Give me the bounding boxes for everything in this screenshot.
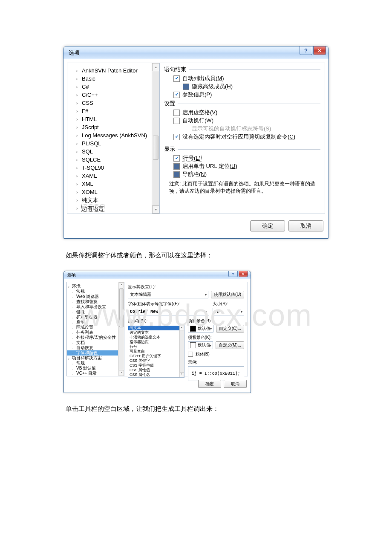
opt-param-info[interactable]: 参数信息(P) [173, 92, 320, 98]
list-item[interactable]: 行号 [128, 344, 184, 349]
tree-item[interactable]: CSS [67, 99, 159, 107]
tree-item[interactable]: VB 默认值 [67, 366, 124, 371]
tree-item[interactable]: 扩展管理器 [67, 315, 124, 320]
tree-item[interactable]: SQL [67, 147, 159, 156]
scroll-down-icon[interactable]: ▾ [119, 370, 124, 376]
opt-hide-advanced[interactable]: 隐藏高级成员(H) [183, 84, 320, 90]
list-item[interactable]: CSS 关键字 [128, 358, 184, 363]
size-select[interactable]: 10 [213, 308, 244, 315]
custom-fg-button[interactable]: 自定义(C)... [216, 325, 244, 332]
checkbox-icon[interactable] [173, 155, 180, 162]
tree-item[interactable]: PL/SQL [67, 139, 159, 147]
tree-scrollbar[interactable]: ▴ ▾ [118, 282, 124, 376]
scroll-down-icon[interactable]: ▾ [152, 205, 159, 214]
fg-select[interactable]: 默认值 [188, 325, 213, 332]
ok-button[interactable]: 确定 [250, 220, 285, 231]
list-item[interactable]: CSS 属性值 [128, 368, 184, 373]
checkbox-icon[interactable] [173, 134, 180, 140]
checkbox-icon[interactable] [173, 92, 180, 98]
tree-item[interactable]: 纯文本 [67, 196, 159, 204]
scroll-thumb[interactable] [119, 288, 124, 327]
checkbox-icon[interactable] [173, 110, 180, 116]
checkbox-icon[interactable] [173, 75, 180, 82]
close-button[interactable]: × [239, 271, 248, 277]
tree-item[interactable]: HTML [67, 115, 159, 123]
cancel-button[interactable]: 取消 [288, 220, 323, 231]
scroll-up-icon[interactable]: ▴ [152, 63, 159, 71]
tree-item[interactable]: Log Messages (AnkhSVN) [67, 131, 159, 139]
close-button[interactable]: × [313, 46, 326, 55]
cancel-button[interactable]: 取消 [224, 380, 247, 388]
tree-item[interactable]: 导入和导出设置 [67, 304, 124, 309]
opt-virtual-space[interactable]: 启用虚空格(V) [173, 110, 320, 116]
list-item[interactable]: CSS 字符串值 [128, 363, 184, 368]
opt-auto-wrap[interactable]: 自动换行(W) [173, 118, 320, 124]
opt-url-click[interactable]: 启用单击 URL 定位(U) [173, 163, 320, 170]
tree-category[interactable]: 环境 [67, 284, 124, 289]
opt-line-no[interactable]: 行号(L) [173, 155, 320, 162]
list-item[interactable]: CSS 注释 [128, 377, 184, 378]
bg-select[interactable]: 默认值 [188, 341, 213, 349]
scroll-up-icon[interactable]: ▴ [119, 282, 124, 288]
tree-item[interactable]: XML [67, 180, 159, 188]
list-item[interactable]: 指示器边距 [128, 340, 184, 344]
category-tree[interactable]: 环境 常规 Web 浏览器 查找和替换 导入和导出设置 键盘 扩展管理器 启动 … [67, 282, 124, 376]
tree-category[interactable]: 项目和解决方案 [67, 356, 124, 361]
tree-item[interactable]: 常规 [67, 289, 124, 294]
list-item[interactable]: C/C++ 用户关键字 [128, 354, 184, 358]
tree-item[interactable]: C/C++ [67, 91, 159, 99]
font-select[interactable]: Courier New [128, 308, 209, 315]
tree-item[interactable]: 键盘 [67, 309, 124, 315]
checkbox-icon[interactable] [173, 163, 180, 170]
tree-item[interactable]: F# [67, 107, 159, 115]
tree-item[interactable]: VC++ 目录 [67, 371, 124, 376]
tree-item-selected[interactable]: 字体和颜色 [67, 350, 118, 356]
checkbox-icon[interactable] [173, 118, 180, 124]
help-button[interactable]: ? [228, 271, 238, 277]
tree-item[interactable]: C# [67, 83, 159, 91]
scroll-thumb[interactable] [153, 136, 159, 160]
list-scrollbar[interactable]: ▴▾ [179, 325, 184, 377]
checkbox-icon[interactable] [188, 352, 193, 357]
list-item[interactable]: 选定的文本 [128, 330, 184, 335]
list-item[interactable]: 非活动的选定文本 [128, 335, 184, 340]
tree-item[interactable]: 自动恢复 [67, 345, 124, 350]
list-item[interactable]: 可见空白 [128, 349, 184, 354]
checkbox-icon[interactable] [183, 84, 189, 90]
display-items-list[interactable]: 纯文本 选定的文本 非活动的选定文本 指示器边距 行号 可见空白 C/C++ 用… [128, 325, 184, 378]
category-tree[interactable]: AnkhSVN Patch Editor Basic C# C/C++ CSS … [67, 63, 160, 214]
list-item[interactable]: 纯文本 [128, 326, 184, 330]
use-default-button[interactable]: 使用默认值(U) [211, 291, 244, 298]
opt-auto-list[interactable]: 自动列出成员(M) [173, 75, 320, 82]
tree-item[interactable]: JScript [67, 123, 159, 131]
custom-bg-button[interactable]: 自定义(M)... [216, 341, 244, 349]
tree-item[interactable]: XOML [67, 188, 159, 196]
tree-item[interactable]: 启动 [67, 320, 124, 325]
tree-item[interactable]: Basic [67, 75, 159, 83]
tree-item[interactable]: 任务列表 [67, 330, 124, 335]
show-settings-select[interactable]: 文本编辑器 [128, 291, 208, 298]
tree-item-selected[interactable]: 所有语言 [67, 204, 159, 212]
tree-item[interactable]: 外接程序/宏的安全性 [67, 335, 124, 340]
doc-paragraph-1: 如果你想调整字体或者颜色，那么可以在这里选择： [66, 251, 326, 260]
help-button[interactable]: ? [300, 46, 312, 55]
tree-item[interactable]: AnkhSVN Patch Editor [67, 66, 159, 75]
opt-nav-bar[interactable]: 导航栏(N) [173, 171, 320, 178]
opt-cut-empty[interactable]: 没有选定内容时对空行应用剪切或复制命令(C) [173, 134, 320, 140]
checkbox-icon[interactable] [173, 171, 180, 178]
tree-item[interactable]: Web 浏览器 [67, 294, 124, 299]
tree-item[interactable]: T-SQL90 [67, 164, 159, 172]
titlebar[interactable]: 选项 ? × [64, 271, 251, 279]
ok-button[interactable]: 确定 [198, 380, 221, 388]
tree-item[interactable]: SQLCE [67, 156, 159, 164]
tree-item[interactable]: 查找和替换 [67, 299, 124, 304]
tree-item[interactable]: 区域设置 [67, 325, 124, 330]
tree-item[interactable]: XAML [67, 172, 159, 180]
bold-checkbox[interactable]: 粗体(B) [188, 351, 245, 357]
tree-item[interactable]: 调试 [67, 212, 159, 214]
tree-item[interactable]: 文档 [67, 340, 124, 345]
tree-scrollbar[interactable]: ▴ ▾ [152, 63, 159, 214]
titlebar[interactable]: 选项 ? × [63, 46, 329, 59]
tree-item[interactable]: 常规 [67, 361, 124, 366]
list-item[interactable]: CSS 属性名 [128, 373, 184, 377]
